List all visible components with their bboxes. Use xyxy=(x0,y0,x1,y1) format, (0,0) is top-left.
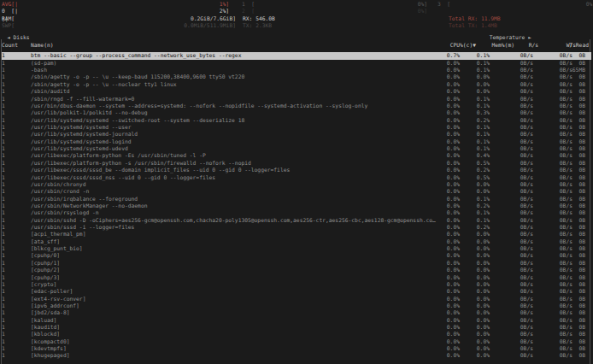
table-row[interactable]: 1 [cpuhp/1] 0.0% 0.0% 0B/s 0B/s 0B xyxy=(2,260,591,267)
row-cpu: 0.0% xyxy=(447,188,460,195)
table-row[interactable]: 1 /usr/sbin/rsyslogd -n 0.0% 0.1% 0B/s 0… xyxy=(2,209,591,216)
table-row[interactable]: 1 /usr/sbin/sshd -D -oCiphers=aes256-gcm… xyxy=(2,217,591,224)
row-read-rate: 0B/s xyxy=(520,103,533,109)
row-process-name: [jbd2/sda-8] xyxy=(31,309,70,316)
row-read-rate: 0B/s xyxy=(520,267,533,273)
row-mem: 0.1% xyxy=(477,67,490,73)
row-mem: 0.0% xyxy=(477,352,490,359)
col-header-tread[interactable]: T.Read xyxy=(569,42,589,49)
table-row[interactable]: 1 /usr/sbin/NetworkManager --no-daemon 0… xyxy=(2,203,591,209)
row-mem: 0.0% xyxy=(477,245,490,252)
row-process-name: [cpuhp/2] xyxy=(31,267,60,273)
table-row[interactable]: 1 /usr/sbin/crond -n 0.0% 0.0% 0B/s 0B/s… xyxy=(2,188,591,195)
row-write-rate: 0B/s xyxy=(560,81,572,88)
row-cpu: 0.0% xyxy=(447,181,460,188)
row-total-read: 0B xyxy=(578,160,585,167)
table-row[interactable]: 1 [cpuhp/3] 0.0% 0.0% 0B/s 0B/s 0B xyxy=(2,274,591,281)
table-row[interactable]: 1 [kdevtmpfs] 0.0% 0.0% 0B/s 0B/s 0B xyxy=(2,345,591,352)
row-count: 1 xyxy=(2,138,5,145)
row-cpu: 0.0% xyxy=(447,81,460,88)
table-row[interactable]: 1 /usr/libexec/platform-python -s /usr/s… xyxy=(2,160,591,167)
col-header-rs[interactable]: R/s xyxy=(529,42,538,49)
table-row[interactable]: 1 [acpi_thermal_pm] 0.0% 0.0% 0B/s 0B/s … xyxy=(2,231,591,238)
row-total-read: 0B xyxy=(578,81,585,88)
row-process-name: /sbin/rngd -f --fill-watermark=0 xyxy=(31,96,134,103)
table-row[interactable]: 1 [ipv6_addrconf] 0.0% 0.0% 0B/s 0B/s 0B xyxy=(2,302,591,309)
table-row[interactable]: 1 [kauditd] 0.0% 0.0% 0B/s 0B/s 0B xyxy=(2,324,591,331)
table-row[interactable]: 1 [kblockd] 0.0% 0.0% 0B/s 0B/s 0B xyxy=(2,331,591,338)
row-read-rate: 0B/s xyxy=(520,331,533,338)
table-row[interactable]: 1 /usr/sbin/sssd -i --logger=files 0.0% … xyxy=(2,224,591,231)
row-write-rate: 0B/s xyxy=(560,138,572,145)
row-cpu: 0.0% xyxy=(447,152,460,159)
table-row[interactable]: 1 [cpuhp/0] 0.0% 0.0% 0B/s 0B/s 0B xyxy=(2,252,591,259)
disks-nav-left[interactable]: ◄ Disks xyxy=(7,34,30,41)
row-write-rate: 0B/s xyxy=(560,324,572,331)
table-row[interactable]: 1 [blkcg_punt_bio] 0.0% 0.0% 0B/s 0B/s 0… xyxy=(2,245,591,252)
cpu-gauge-label: AVG[| xyxy=(2,1,18,8)
table-row[interactable]: 1 /usr/sbin/irqbalance --foreground 0.0%… xyxy=(2,196,591,203)
table-row[interactable]: 1 [ata_sff] 0.0% 0.0% 0B/s 0B/s 0B xyxy=(2,238,591,245)
row-read-rate: 0B/s xyxy=(520,88,533,95)
table-row[interactable]: 1 /sbin/rngd -f --fill-watermark=0 0.0% … xyxy=(2,96,591,103)
col-header-cpu-sort[interactable]: CPU%(c)▼ xyxy=(450,42,476,49)
table-row[interactable]: 1 /sbin/agetty -o -p -- \u --noclear tty… xyxy=(2,81,591,88)
table-row[interactable]: 1 [khugepaged] 0.0% 0.0% 0B/s 0B/s 0B xyxy=(2,352,591,359)
table-row[interactable]: 1 /usr/libexec/sssd/sssd_be --domain imp… xyxy=(2,167,591,173)
table-row[interactable]: 1 /usr/lib/polkit-1/polkitd --no-debug 0… xyxy=(2,109,591,116)
table-row[interactable]: 1 [crypto] 0.0% 0.0% 0B/s 0B/s 0B xyxy=(2,281,591,288)
cpu-gauge-label: 1 [ xyxy=(242,1,255,8)
row-process-name: btm --basic --group --process_command --… xyxy=(31,52,241,59)
row-total-read: 0B xyxy=(578,52,585,59)
row-write-rate: 0B/s xyxy=(560,96,572,103)
table-row[interactable]: 1 /usr/lib/systemd/systemd --user 0.0% 0… xyxy=(2,124,591,131)
row-cpu: 0.0% xyxy=(447,217,460,224)
table-row[interactable]: 1 /usr/libexec/sssd/sssd_nss --uid 0 --g… xyxy=(2,174,591,181)
process-table: 1 btm --basic --group --process_command … xyxy=(0,52,593,363)
row-mem: 0.0% xyxy=(477,331,490,338)
row-cpu: 0.0% xyxy=(447,124,460,131)
col-header-count[interactable]: Count xyxy=(2,42,18,49)
row-mem: 0.1% xyxy=(477,103,490,109)
row-cpu: 0.0% xyxy=(447,109,460,116)
table-row[interactable]: 1 [edac-poller] 0.0% 0.0% 0B/s 0B/s 0B xyxy=(2,288,591,295)
table-row[interactable]: 1 /usr/lib/systemd/systemd-udevd 0.0% 0.… xyxy=(2,145,591,152)
table-row[interactable]: 1 /usr/lib/systemd/systemd --switched-ro… xyxy=(2,117,591,124)
row-mem: 0.0% xyxy=(477,274,490,281)
row-write-rate: 0B/s xyxy=(560,131,572,138)
table-row[interactable]: 1 /sbin/auditd 0.0% 0.0% 0B/s 0B/s 0B xyxy=(2,88,591,95)
table-row[interactable]: 1 /usr/sbin/chronyd 0.0% 0.0% 0B/s 0B/s … xyxy=(2,181,591,188)
row-count: 1 xyxy=(2,117,5,124)
col-header-mem[interactable]: Mem%(m) xyxy=(491,42,514,49)
row-read-rate: 0B/s xyxy=(520,109,533,116)
table-row[interactable]: 1 [jbd2/sda-8] 0.0% 0.0% 0B/s 0B/s 0B xyxy=(2,309,591,316)
table-row[interactable]: 1 btm --basic --group --process_command … xyxy=(2,52,591,59)
table-row[interactable]: 1 [kaluad] 0.0% 0.0% 0B/s 0B/s 0B xyxy=(2,317,591,324)
table-row[interactable]: 1 -bash 0.0% 0.1% 0B/s 0B/s 65MB xyxy=(2,67,591,73)
table-row[interactable]: 1 /usr/lib/systemd/systemd-logind 0.0% 0… xyxy=(2,138,591,145)
row-total-read: 0B xyxy=(578,281,585,288)
row-mem: 0.0% xyxy=(477,81,490,88)
row-total-read: 0B xyxy=(578,324,585,331)
table-row[interactable]: 1 [kcompactd0] 0.0% 0.0% 0B/s 0B/s 0B xyxy=(2,338,591,345)
row-write-rate: 0B/s xyxy=(560,238,572,245)
table-row[interactable]: 1 /usr/libexec/platform-python -Es /usr/… xyxy=(2,152,591,159)
temperature-nav-right[interactable]: Temperature ► xyxy=(490,34,531,41)
table-row[interactable]: 1 [ext4-rsv-conver] 0.0% 0.0% 0B/s 0B/s … xyxy=(2,296,591,302)
row-count: 1 xyxy=(2,288,5,295)
row-total-read: 0B xyxy=(578,117,585,124)
row-count: 1 xyxy=(2,145,5,152)
table-row[interactable]: 1 [cpuhp/2] 0.0% 0.0% 0B/s 0B/s 0B xyxy=(2,267,591,273)
table-row[interactable]: 1 (sd-pam) 0.0% 0.1% 0B/s 0B/s 0B xyxy=(2,60,591,67)
row-count: 1 xyxy=(2,103,5,109)
table-row[interactable]: 1 /usr/lib/systemd/systemd-journald 0.0%… xyxy=(2,131,591,138)
table-row[interactable]: 1 /usr/bin/dbus-daemon --system --addres… xyxy=(2,103,591,109)
row-total-read: 0B xyxy=(578,296,585,302)
cpu-gauge-avg: AVG[| 1%] xyxy=(2,1,229,8)
table-row[interactable]: 1 /sbin/agetty -o -p -- \u --keep-baud 1… xyxy=(2,73,591,80)
row-cpu: 0.0% xyxy=(447,309,460,316)
row-count: 1 xyxy=(2,160,5,167)
row-cpu: 0.0% xyxy=(447,203,460,209)
col-header-name[interactable]: Name(n) xyxy=(31,42,54,49)
cpu-gauge-value: 0%] xyxy=(418,8,427,15)
